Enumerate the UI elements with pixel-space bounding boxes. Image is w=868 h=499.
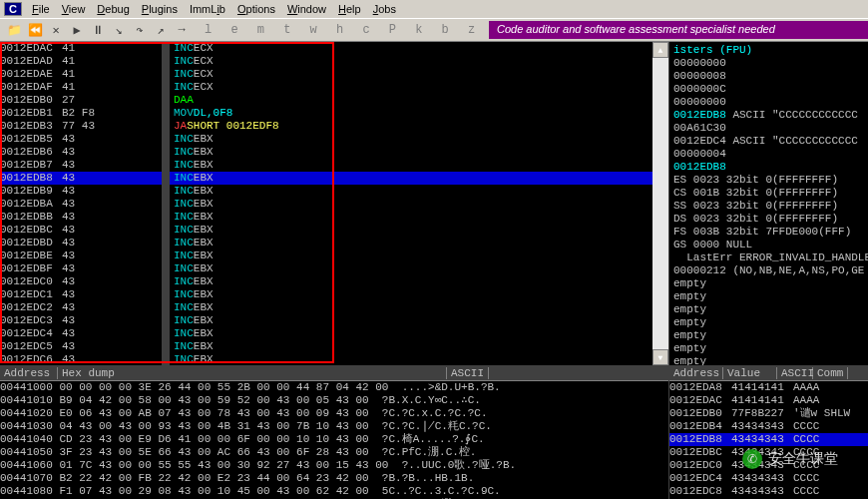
stack-hdr-address: Address [669, 367, 723, 379]
disassembly-list[interactable]: 0012EDAC41INC ECX0012EDAD41INC ECX0012ED… [0, 42, 668, 365]
stack-row[interactable]: 0012EDAC41414141AAAA [669, 394, 868, 407]
dump-row[interactable]: 00441050 3F 23 43 00 5E 66 43 00 AC 66 4… [0, 446, 668, 459]
close-icon[interactable]: ✕ [46, 20, 66, 40]
dump-row[interactable]: 00441010 B9 04 42 00 58 00 43 00 59 52 0… [0, 394, 668, 407]
register-line: empty [673, 355, 864, 365]
step-over-icon[interactable]: ↷ [130, 20, 150, 40]
register-line: 00A61C30 [673, 122, 864, 135]
scroll-up-icon[interactable]: ▲ [652, 42, 668, 58]
disasm-row[interactable]: 0012EDBC43INC EBX [0, 224, 668, 237]
registers-pane[interactable]: isters (FPU)00000000000000080000000C0000… [668, 42, 868, 365]
menu-options[interactable]: Options [231, 3, 281, 15]
pause-icon[interactable]: ⏸ [88, 20, 108, 40]
disasm-row[interactable]: 0012EDAE41INC ECX [0, 68, 668, 81]
disasm-row[interactable]: 0012EDC343INC EBX [0, 314, 668, 327]
disasm-row[interactable]: 0012EDBB43INC EBX [0, 211, 668, 224]
rewind-icon[interactable]: ⏪ [25, 20, 45, 40]
register-line: 00000008 [673, 70, 864, 83]
register-line: GS 0000 NULL [673, 239, 864, 251]
disasm-row[interactable]: 0012EDC043INC EBX [0, 275, 668, 288]
disasm-row[interactable]: 0012EDAD41INC ECX [0, 55, 668, 68]
dump-row[interactable]: 00441060 01 7C 43 00 00 55 55 43 00 30 9… [0, 459, 668, 472]
register-line: DS 0023 32bit 0(FFFFFFFF) [673, 213, 864, 226]
stack-pane[interactable]: Address Value ASCII Comm 0012EDA84141414… [668, 366, 868, 499]
menu-help[interactable]: Help [332, 3, 367, 15]
stack-row[interactable]: 0012EDA841414141AAAA [669, 381, 868, 394]
dump-row[interactable]: 00441080 F1 07 43 00 29 08 43 00 10 45 0… [0, 485, 668, 498]
dump-row[interactable]: 00441070 B2 22 42 00 FB 22 42 00 E2 23 4… [0, 472, 668, 485]
menu-debug[interactable]: Debug [91, 3, 135, 15]
dump-row[interactable]: 00441000 00 00 00 00 3E 26 44 00 55 2B 0… [0, 381, 668, 394]
play-icon[interactable]: ▶ [67, 20, 87, 40]
scroll-down-icon[interactable]: ▼ [652, 349, 668, 365]
stack-row[interactable]: 0012EDC443434343CCCC [669, 472, 868, 485]
disasm-row[interactable]: 0012EDB843INC EBX [0, 172, 668, 185]
dump-hdr-address: Address [0, 367, 58, 379]
scroll-track[interactable] [652, 58, 668, 349]
dump-row[interactable]: 00441020 E0 06 43 00 AB 07 43 00 78 43 0… [0, 407, 668, 420]
register-line: empty [673, 277, 864, 290]
register-line: 0012EDB8 ASCII "CCCCCCCCCCCC [673, 109, 864, 122]
disasm-row[interactable]: 0012EDB643INC EBX [0, 146, 668, 159]
stack-hdr-value: Value [723, 367, 777, 379]
stack-row[interactable]: 0012EDC043434343CCCC [669, 459, 868, 472]
disasm-row[interactable]: 0012EDBA43INC EBX [0, 198, 668, 211]
disasm-row[interactable]: 0012EDAC41INC ECX [0, 42, 668, 55]
menu-view[interactable]: View [56, 3, 92, 15]
cpu-scrollbar[interactable]: ▲ ▼ [652, 42, 668, 365]
menu-file[interactable]: FFileile [26, 3, 56, 15]
disasm-row[interactable]: 0012EDBF43INC EBX [0, 262, 668, 275]
stack-row[interactable]: 0012EDB443434343CCCC [669, 420, 868, 433]
disasm-row[interactable]: 0012EDB943INC EBX [0, 185, 668, 198]
register-line: empty [673, 316, 864, 329]
step-out-icon[interactable]: ↗ [151, 20, 171, 40]
register-line: isters (FPU) [673, 44, 864, 57]
register-line: empty [673, 329, 864, 342]
register-line: 00000000 [673, 57, 864, 70]
register-line: empty [673, 303, 864, 316]
toolbar: 📁 ⏪ ✕ ▶ ⏸ ↘ ↷ ↗ → l e m t w h c P k b z … [0, 18, 868, 42]
disasm-row[interactable]: 0012EDBE43INC EBX [0, 250, 668, 262]
stack-row[interactable]: 0012EDC843434343CCCC [669, 485, 868, 498]
menu-plugins[interactable]: Plugins [136, 3, 184, 15]
disasm-row[interactable]: 0012EDC243INC EBX [0, 301, 668, 314]
dump-row[interactable]: 00441040 CD 23 43 00 E9 D6 41 00 00 6F 0… [0, 433, 668, 446]
app-logo-icon: C [4, 2, 22, 16]
bottom-area: Address Hex dump ASCII 00441000 00 00 00… [0, 365, 868, 499]
menu-bar: C FFileile View Debug Plugins ImmLib Opt… [0, 0, 868, 18]
disasm-row[interactable]: 0012EDC443INC EBX [0, 327, 668, 340]
stack-header: Address Value ASCII Comm [669, 366, 868, 381]
open-icon[interactable]: 📁 [4, 20, 24, 40]
workspace: 0012EDAC41INC ECX0012EDAD41INC ECX0012ED… [0, 42, 868, 365]
menu-immlib[interactable]: ImmLib [184, 3, 231, 15]
disasm-row[interactable]: 0012EDBD43INC EBX [0, 237, 668, 250]
register-line: 00000212 (NO,NB,NE,A,NS,PO,GE [673, 264, 864, 277]
register-line: 00000000 [673, 96, 864, 109]
dump-hdr-hex: Hex dump [58, 367, 447, 379]
stack-row[interactable]: 0012EDB077F8B227'谴w SHLW [669, 407, 868, 420]
cpu-pane[interactable]: 0012EDAC41INC ECX0012EDAD41INC ECX0012ED… [0, 42, 668, 365]
disasm-row[interactable]: 0012EDC143INC EBX [0, 288, 668, 301]
disasm-row[interactable]: 0012EDB743INC EBX [0, 159, 668, 172]
dump-header: Address Hex dump ASCII [0, 366, 668, 381]
disasm-row[interactable]: 0012EDB543INC EBX [0, 133, 668, 146]
hex-dump-pane[interactable]: Address Hex dump ASCII 00441000 00 00 00… [0, 366, 668, 499]
disasm-row[interactable]: 0012EDAF41INC ECX [0, 81, 668, 94]
stack-hdr-ascii: ASCII [777, 367, 813, 379]
step-into-icon[interactable]: ↘ [109, 20, 129, 40]
menu-jobs[interactable]: Jobs [367, 3, 402, 15]
disasm-row[interactable]: 0012EDC543INC EBX [0, 340, 668, 353]
disasm-row[interactable]: 0012EDB027DAA [0, 94, 668, 107]
register-line: 0000000C [673, 83, 864, 96]
register-line: CS 001B 32bit 0(FFFFFFFF) [673, 187, 864, 200]
disasm-row[interactable]: 0012EDB1B2 F8MOV DL,0F8 [0, 107, 668, 120]
disasm-row[interactable]: 0012EDB377 43JA SHORT 0012EDF8 [0, 120, 668, 133]
stack-row[interactable]: 0012EDB843434343CCCC [669, 433, 868, 446]
dump-row[interactable]: 00441030 04 43 00 43 00 93 43 00 4B 31 4… [0, 420, 668, 433]
register-line: empty [673, 342, 864, 355]
disasm-row[interactable]: 0012EDC643INC EBX [0, 353, 668, 365]
menu-window[interactable]: Window [281, 3, 332, 15]
stack-row[interactable]: 0012EDBC43434343CCCC [669, 446, 868, 459]
run-to-icon[interactable]: → [172, 20, 192, 40]
register-line: 0012EDB8 [673, 161, 864, 174]
